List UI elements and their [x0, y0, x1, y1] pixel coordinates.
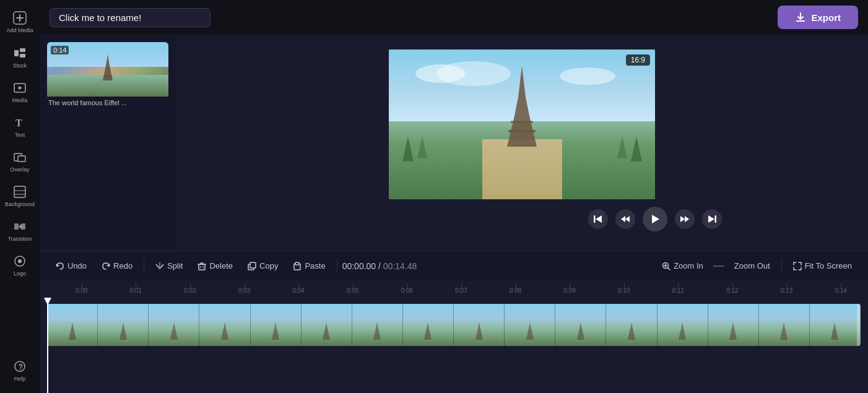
sidebar-item-text[interactable]: T Text	[0, 110, 40, 144]
ruler-mark: 0:10	[597, 287, 651, 294]
svg-marker-66	[119, 334, 127, 340]
playback-controls	[588, 207, 722, 231]
track-right-handle[interactable]	[857, 304, 861, 346]
fit-to-screen-label: Fit To Screen	[805, 261, 852, 270]
svg-marker-103	[783, 322, 785, 329]
sidebar-item-help[interactable]: ? Help	[0, 353, 40, 388]
redo-button[interactable]: Redo	[95, 257, 139, 274]
svg-marker-39	[625, 216, 630, 222]
sidebar-label-transition: Transition	[7, 236, 32, 242]
project-title-input[interactable]	[50, 8, 210, 27]
paste-label: Paste	[305, 261, 325, 270]
track-thumbnail	[251, 304, 302, 346]
timeline-toolbar: Undo Redo Split	[40, 251, 868, 280]
svg-marker-91	[579, 322, 582, 329]
sidebar-label-logo: Logo	[14, 270, 26, 277]
split-label: Split	[167, 261, 183, 270]
svg-rect-4	[20, 48, 25, 52]
copy-button[interactable]: Copy	[241, 257, 284, 274]
svg-marker-24	[105, 66, 111, 72]
video-track[interactable]	[47, 304, 861, 346]
svg-marker-37	[596, 215, 602, 223]
export-button[interactable]: Export	[778, 6, 858, 29]
svg-marker-72	[221, 334, 228, 340]
sidebar-label-text: Text	[15, 132, 25, 138]
svg-marker-38	[621, 216, 625, 222]
zoom-in-button[interactable]: Zoom In	[656, 257, 710, 274]
sidebar-label-background: Background	[5, 201, 35, 207]
track-thumbnail	[47, 304, 98, 346]
copy-label: Copy	[259, 261, 278, 270]
track-thumbnail	[98, 304, 149, 346]
svg-marker-23	[106, 54, 110, 66]
track-thumbnail	[505, 304, 555, 346]
zoom-separator	[713, 266, 724, 267]
sidebar: Add Media Stock Media T Text	[0, 0, 40, 393]
svg-marker-78	[323, 334, 330, 340]
svg-marker-100	[732, 322, 734, 329]
svg-marker-76	[325, 322, 328, 329]
ruler-mark: 0:01	[109, 287, 163, 294]
undo-button[interactable]: Undo	[50, 257, 93, 274]
svg-point-18	[18, 259, 22, 263]
svg-text:?: ?	[19, 363, 23, 371]
media-label: The world famous Eiffel ...	[47, 97, 168, 109]
svg-marker-27	[518, 66, 526, 97]
svg-marker-71	[222, 329, 227, 334]
current-time: 00:00.00	[342, 261, 376, 271]
sidebar-label-help: Help	[14, 376, 26, 382]
svg-marker-75	[272, 334, 279, 340]
separator-2	[337, 259, 337, 274]
delete-button[interactable]: Delete	[191, 257, 239, 274]
paste-button[interactable]: Paste	[287, 257, 331, 274]
skip-to-end-button[interactable]	[702, 209, 722, 229]
svg-rect-14	[14, 223, 19, 230]
rewind-button[interactable]	[615, 209, 635, 229]
logo-icon	[13, 254, 27, 268]
ruler-mark: 0:11	[651, 287, 706, 294]
sidebar-item-overlay[interactable]: Overlay	[0, 144, 40, 179]
svg-marker-32	[402, 137, 414, 162]
aspect-ratio-badge: 16:9	[626, 54, 650, 66]
sidebar-item-transition[interactable]: Transition	[0, 214, 40, 248]
background-icon	[13, 185, 27, 199]
sidebar-item-stock[interactable]: Stock	[0, 40, 40, 75]
sidebar-label-overlay: Overlay	[10, 166, 29, 173]
svg-marker-34	[617, 137, 627, 158]
sidebar-item-background[interactable]: Background	[0, 179, 40, 214]
sidebar-item-logo[interactable]: Logo	[0, 248, 40, 283]
track-thumbnail	[149, 304, 199, 346]
media-thumbnail: 0:14	[47, 42, 168, 97]
add-media-icon	[13, 11, 27, 25]
media-duration: 0:14	[51, 46, 69, 54]
ruler-mark: 0:03	[217, 287, 272, 294]
svg-marker-97	[681, 322, 684, 329]
media-item[interactable]: 0:14 The world famous Eiffel ...	[47, 42, 168, 109]
zoom-out-button[interactable]: Zoom Out	[728, 257, 776, 274]
fast-forward-button[interactable]	[675, 209, 695, 229]
ruler-mark: 0:08	[488, 287, 543, 294]
sidebar-item-add-media[interactable]: Add Media	[0, 5, 40, 40]
track-thumbnail	[810, 304, 861, 346]
timeline-container: 0:000:010:020:030:040:050:060:070:080:09…	[40, 280, 868, 393]
svg-rect-22	[796, 20, 805, 22]
skip-to-start-button[interactable]	[588, 209, 608, 229]
svg-marker-84	[424, 334, 432, 340]
stock-icon	[13, 46, 27, 60]
text-icon: T	[13, 116, 27, 129]
content-area: 0:14 The world famous Eiffel ...	[40, 35, 868, 251]
play-button[interactable]	[643, 207, 667, 231]
svg-marker-77	[324, 329, 329, 334]
track-thumbnail	[606, 304, 657, 346]
track-thumbnail	[454, 304, 505, 346]
zoom-in-label: Zoom In	[674, 261, 703, 270]
svg-marker-64	[122, 322, 124, 329]
split-button[interactable]: Split	[149, 257, 189, 274]
svg-marker-35	[631, 137, 642, 162]
svg-marker-101	[731, 329, 736, 334]
playhead[interactable]	[47, 300, 48, 393]
svg-marker-88	[529, 322, 531, 329]
fit-to-screen-button[interactable]: Fit To Screen	[787, 257, 858, 274]
sidebar-item-media[interactable]: Media	[0, 75, 40, 110]
ruler-mark: 0:05	[326, 287, 380, 294]
